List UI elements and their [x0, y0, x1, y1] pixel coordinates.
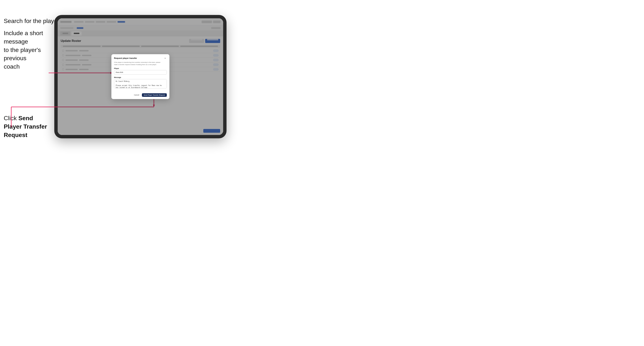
- modal-header: Request player transfer ×: [112, 54, 170, 61]
- modal-footer: Cancel Send Player Transfer Request: [112, 93, 170, 99]
- modal-body: Player Message Hi Coach McHarg, Please a…: [112, 67, 170, 93]
- cancel-button[interactable]: Cancel: [132, 93, 141, 97]
- tablet-screen: / Update Roster: [58, 18, 223, 135]
- send-transfer-request-button[interactable]: Send Player Transfer Request: [142, 93, 167, 97]
- annotation-search: Search for the player.: [4, 17, 61, 25]
- message-label: Message: [114, 76, 167, 78]
- modal-description: If the player is transferring from anoth…: [112, 61, 170, 67]
- modal-overlay: Request player transfer × If the player …: [58, 18, 223, 135]
- app-background: / Update Roster: [58, 18, 223, 135]
- tablet-frame: / Update Roster: [54, 15, 226, 138]
- modal-title: Request player transfer: [114, 57, 137, 59]
- modal-close-button[interactable]: ×: [164, 56, 167, 60]
- player-label: Player: [114, 67, 167, 69]
- modal-dialog: Request player transfer × If the player …: [112, 54, 170, 99]
- message-textarea[interactable]: Hi Coach McHarg, Please accept this tran…: [114, 79, 167, 88]
- player-input[interactable]: [114, 70, 167, 75]
- annotation-click: Click Send Player Transfer Request: [4, 114, 49, 139]
- annotation-message: Include a short message to the player's …: [4, 29, 49, 71]
